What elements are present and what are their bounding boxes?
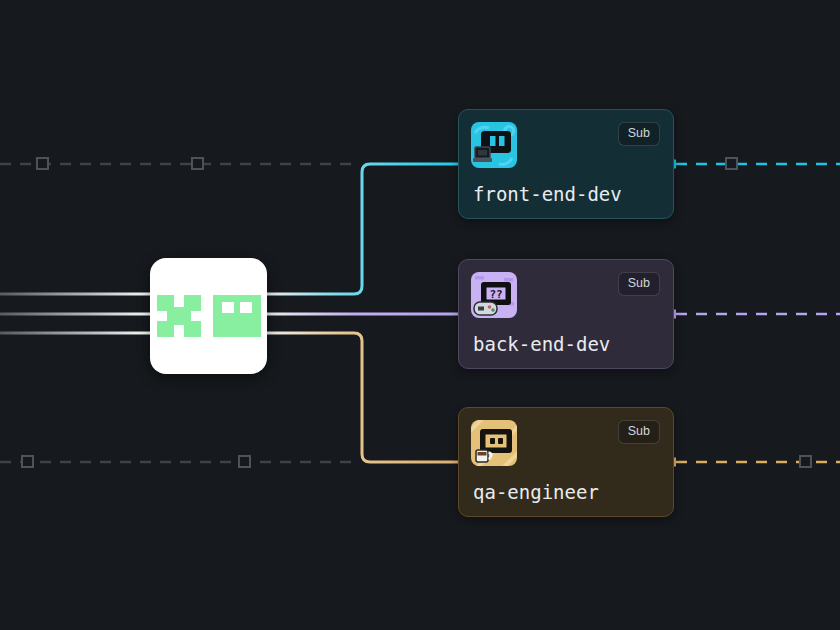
rail-handle[interactable]	[37, 158, 48, 169]
pixel-robot-face-laptop-icon	[471, 122, 517, 168]
agent-name: front-end-dev	[473, 183, 622, 205]
flow-canvas[interactable]: Sub front-end-dev ?? Sub back-end-dev	[0, 0, 840, 630]
sub-type-badge: Sub	[618, 420, 660, 444]
agent-name: back-end-dev	[473, 333, 610, 355]
agent-card-front-end-dev[interactable]: Sub front-end-dev	[458, 109, 674, 219]
edge-front-end-dev	[267, 164, 458, 294]
wire-layer	[0, 0, 840, 630]
rail-handle[interactable]	[800, 456, 811, 467]
agent-name: qa-engineer	[473, 481, 599, 503]
pixel-x-and-block-logo-icon	[157, 294, 261, 338]
pixel-face-frame-coffee-icon	[471, 420, 517, 466]
svg-text:??: ??	[489, 288, 502, 301]
rail-handle[interactable]	[192, 158, 203, 169]
agent-card-qa-engineer[interactable]: Sub qa-engineer	[458, 407, 674, 517]
pixel-question-frame-gamepad-icon: ??	[471, 272, 517, 318]
rail-handle[interactable]	[239, 456, 250, 467]
sub-type-badge: Sub	[618, 272, 660, 296]
rail-handle[interactable]	[726, 158, 737, 169]
agent-card-back-end-dev[interactable]: ?? Sub back-end-dev	[458, 259, 674, 369]
orchestrator-node[interactable]	[150, 258, 267, 374]
edge-qa-engineer	[267, 333, 458, 462]
sub-type-badge: Sub	[618, 122, 660, 146]
rail-handle[interactable]	[22, 456, 33, 467]
